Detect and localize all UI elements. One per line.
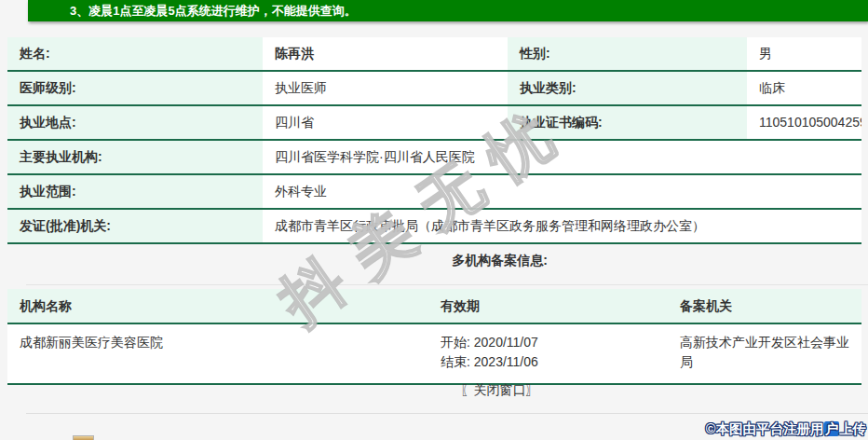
issuing-authority-label: 发证(批准)机关: [7, 210, 263, 242]
credit-text-highlight: 户 [824, 421, 840, 436]
practice-scope-label: 执业范围: [7, 175, 263, 208]
filing-table-header: 机构名称 有效期 备案机关 [7, 289, 861, 324]
cropped-image-fragment [73, 435, 94, 440]
credit-text-end: 上传 [839, 421, 866, 436]
table-row: 执业范围: 外科专业 [7, 175, 861, 210]
maintenance-notice-text: 3、凌晨1点至凌晨5点系统进行维护，不能提供查询。 [70, 4, 357, 18]
section-divider [26, 284, 868, 285]
practice-location-label: 执业地点: [7, 106, 263, 139]
practice-category-label: 执业类别: [508, 72, 747, 104]
period-start: 开始: 2020/11/07 [441, 333, 668, 352]
issuing-authority-value: 成都市青羊区行政审批局（成都市青羊区政务服务管理和网络理政办公室） [263, 210, 861, 242]
validity-period-header: 有效期 [428, 289, 668, 323]
name-label: 姓名: [7, 37, 263, 70]
period-end: 结束: 2023/11/06 [441, 352, 668, 372]
maintenance-notice-bar: 3、凌晨1点至凌晨5点系统进行维护，不能提供查询。 [28, 0, 868, 21]
certificate-number-label: 执业证书编码: [508, 106, 747, 139]
practitioner-detail-table: 姓名: 陈再洪 性别: 男 医师级别: 执业医师 执业类别: 临床 执业地点: … [7, 37, 861, 244]
main-institution-label: 主要执业机构: [7, 141, 263, 173]
table-row: 主要执业机构: 四川省医学科学院·四川省人民医院 [7, 141, 861, 175]
practice-category-value: 临床 [747, 72, 861, 104]
main-institution-value: 四川省医学科学院·四川省人民医院 [263, 141, 861, 173]
table-row: 姓名: 陈再洪 性别: 男 [7, 37, 861, 72]
practice-scope-value: 外科专业 [263, 175, 861, 208]
table-row: 医师级别: 执业医师 执业类别: 临床 [7, 72, 861, 106]
credit-text-start: ©本图由平台注册用 [706, 421, 824, 436]
doctor-level-label: 医师级别: [7, 72, 263, 104]
table-row: 执业地点: 四川省 执业证书编码: 110510105004259 [7, 106, 861, 141]
certificate-number-value: 110510105004259 [747, 106, 861, 139]
footer-divider [26, 413, 868, 414]
practice-location-value: 四川省 [263, 106, 508, 139]
filing-table: 机构名称 有效期 备案机关 成都新丽美医疗美容医院 开始: 2020/11/07… [7, 289, 861, 385]
filing-authority-value: 高新技术产业开发区社会事业局 [668, 333, 861, 372]
filing-authority-header: 备案机关 [668, 289, 861, 323]
close-window-link[interactable]: 〖关闭窗口〗 [73, 382, 868, 399]
institution-name-value: 成都新丽美医疗美容医院 [7, 333, 428, 372]
doctor-level-value: 执业医师 [263, 72, 508, 104]
filing-table-row: 成都新丽美医疗美容医院 开始: 2020/11/07 结束: 2023/11/0… [7, 324, 861, 385]
table-row: 发证(批准)机关: 成都市青羊区行政审批局（成都市青羊区政务服务管理和网络理政办… [7, 210, 861, 244]
institution-name-header: 机构名称 [7, 289, 428, 323]
gender-value: 男 [747, 37, 861, 70]
filing-section-title: 多机构备案信息: [73, 253, 868, 269]
validity-period-value: 开始: 2020/11/07 结束: 2023/11/06 [428, 333, 668, 372]
name-value: 陈再洪 [263, 37, 508, 70]
platform-upload-credit: ©本图由平台注册用户上传 [706, 420, 866, 438]
gender-label: 性别: [508, 37, 747, 70]
